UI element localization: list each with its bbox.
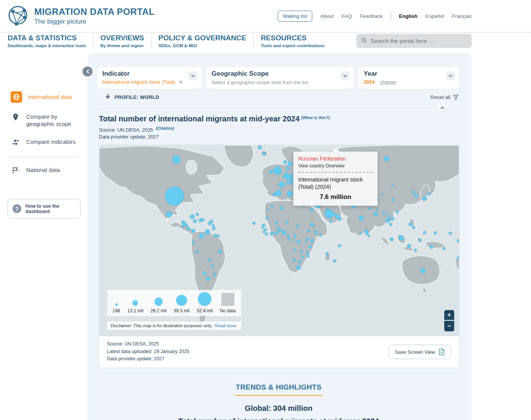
map-bubble[interactable] <box>273 193 277 197</box>
map-bubble[interactable] <box>285 174 292 181</box>
map-bubble[interactable] <box>211 224 215 227</box>
map-bubble[interactable] <box>392 199 395 202</box>
map-bubble[interactable] <box>262 231 265 233</box>
map-bubble[interactable] <box>307 229 310 232</box>
sidebar-item-national-data[interactable]: National data <box>0 165 87 175</box>
map-bubble[interactable] <box>278 182 285 188</box>
map-bubble[interactable] <box>359 232 362 234</box>
map-bubble[interactable] <box>414 194 418 198</box>
feedback-link[interactable]: Feedback <box>360 13 382 19</box>
map-bubble[interactable] <box>275 221 278 224</box>
map-bubble[interactable] <box>333 259 336 262</box>
map-bubble[interactable] <box>309 245 312 248</box>
map-bubble[interactable] <box>390 237 393 241</box>
tooltip-country-link[interactable]: Russian Federation <box>298 156 373 162</box>
map-bubble[interactable] <box>391 185 394 187</box>
chevron-down-icon[interactable] <box>188 71 198 81</box>
map-bubble[interactable] <box>187 227 191 231</box>
map-bubble[interactable] <box>319 234 322 237</box>
map-bubble[interactable] <box>213 234 216 237</box>
world-map[interactable]: Russian Federation View country Overview… <box>99 145 459 336</box>
sidebar-item-compare-geographic-scope[interactable]: Compare by geographic scope <box>0 112 87 128</box>
map-bubble[interactable] <box>258 146 262 150</box>
nav-overviews[interactable]: OVERVIEWS By theme and region <box>93 34 151 48</box>
search-input[interactable] <box>370 38 467 44</box>
map-bubble[interactable] <box>298 260 301 263</box>
map-bubble[interactable] <box>338 217 342 221</box>
map-bubble[interactable] <box>329 220 332 223</box>
map-bubble[interactable] <box>382 194 384 196</box>
map-bubble[interactable] <box>412 226 415 229</box>
tooltip-overview-link[interactable]: View country Overview <box>298 163 373 169</box>
map-bubble[interactable] <box>390 217 394 221</box>
map-bubble[interactable] <box>305 241 307 243</box>
map-bubble[interactable] <box>193 219 197 223</box>
map-bubble[interactable] <box>165 187 184 206</box>
map-bubble[interactable] <box>282 230 286 235</box>
indicator-filter-card[interactable]: Indicator International migrant stock (T… <box>97 67 202 89</box>
map-bubble[interactable] <box>211 265 214 268</box>
map-bubble[interactable] <box>310 208 314 212</box>
nav-resources[interactable]: RESOURCES Tools and expert contributions <box>253 34 331 48</box>
map-bubble[interactable] <box>293 239 295 241</box>
map-bubble[interactable] <box>409 223 412 226</box>
map-bubble[interactable] <box>384 156 389 162</box>
map-bubble[interactable] <box>449 232 452 235</box>
map-bubble[interactable] <box>287 235 290 238</box>
map-bubble[interactable] <box>429 245 433 249</box>
map-bubble[interactable] <box>196 250 199 253</box>
map-bubble[interactable] <box>300 250 303 253</box>
map-bubble[interactable] <box>301 256 304 259</box>
map-bubble[interactable] <box>208 259 211 262</box>
chevron-down-icon[interactable] <box>340 71 350 81</box>
map-bubble[interactable] <box>373 212 378 216</box>
nav-data-statistics[interactable]: DATA & STATISTICS Dashboards, maps & int… <box>8 34 93 48</box>
map-bubble[interactable] <box>382 212 385 215</box>
map-bubble[interactable] <box>457 256 459 259</box>
map-bubble[interactable] <box>205 229 210 235</box>
map-bubble[interactable] <box>368 235 370 237</box>
map-bubble[interactable] <box>216 234 219 237</box>
map-bubble[interactable] <box>191 229 195 233</box>
map-bubble[interactable] <box>307 255 310 258</box>
map-bubble[interactable] <box>280 207 283 210</box>
site-title[interactable]: MIGRATION DATA PORTAL <box>34 6 154 17</box>
site-logo-icon[interactable] <box>8 5 28 27</box>
mailing-list-button[interactable]: Mailing list <box>278 11 312 22</box>
geographic-scope-filter-card[interactable]: Geographic Scope Select a geographic sco… <box>206 67 354 89</box>
map-bubble[interactable] <box>202 271 206 275</box>
map-bubble[interactable] <box>314 231 318 234</box>
sidebar-item-international-data[interactable]: International data <box>0 91 87 103</box>
portal-search[interactable] <box>356 34 472 48</box>
map-bubble[interactable] <box>262 152 266 156</box>
map-bubble[interactable] <box>365 231 369 235</box>
map-bubble[interactable] <box>199 233 204 239</box>
what-is-this-link[interactable]: (What is this?) <box>301 115 330 120</box>
map-bubble[interactable] <box>385 218 390 223</box>
map-bubble[interactable] <box>286 181 290 185</box>
language-espanol[interactable]: Español <box>425 13 444 19</box>
map-bubble[interactable] <box>269 170 273 174</box>
map-bubble[interactable] <box>297 240 300 244</box>
map-bubble[interactable] <box>213 273 216 276</box>
about-link[interactable]: About <box>320 13 334 19</box>
map-bubble[interactable] <box>396 210 399 213</box>
map-bubble[interactable] <box>418 239 421 242</box>
map-bubble[interactable] <box>427 193 430 196</box>
map-bubble[interactable] <box>212 227 215 230</box>
map-bubble[interactable] <box>283 161 287 164</box>
map-bubble[interactable] <box>218 250 222 253</box>
map-bubble[interactable] <box>422 197 427 201</box>
map-bubble[interactable] <box>288 238 290 240</box>
map-bubble[interactable] <box>276 226 279 229</box>
map-bubble[interactable] <box>296 225 299 228</box>
chevron-down-icon[interactable] <box>445 71 455 81</box>
faq-link[interactable]: FAQ <box>342 13 352 19</box>
map-bubble[interactable] <box>387 215 390 218</box>
map-bubble[interactable] <box>209 220 213 224</box>
map-bubble[interactable] <box>196 213 199 216</box>
map-bubble[interactable] <box>359 215 364 221</box>
map-bubble[interactable] <box>270 232 274 235</box>
map-bubble[interactable] <box>414 249 417 252</box>
map-bubble[interactable] <box>423 231 426 234</box>
